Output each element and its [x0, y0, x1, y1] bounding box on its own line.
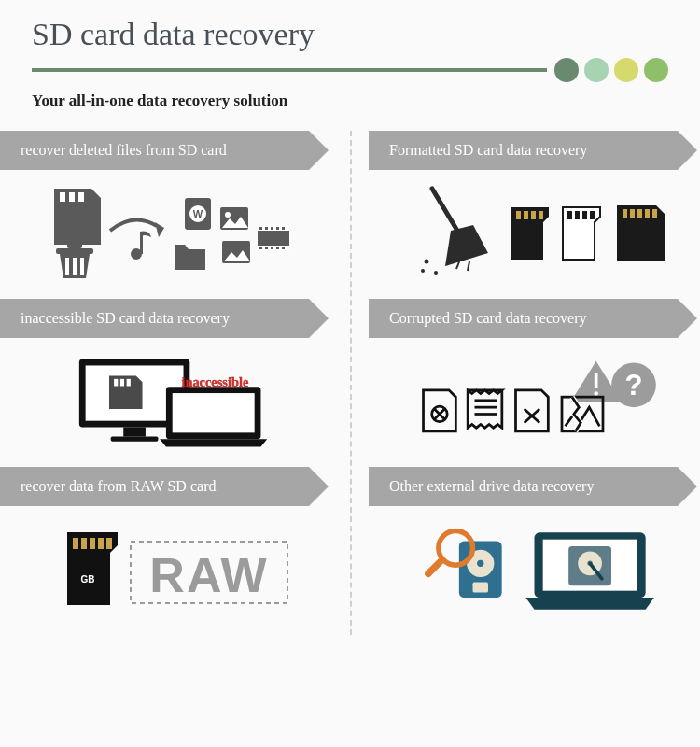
- svg-rect-80: [473, 583, 489, 593]
- svg-rect-25: [265, 247, 268, 249]
- feature-banner: Corrupted SD card data recovery: [369, 299, 678, 338]
- svg-rect-51: [123, 427, 146, 436]
- svg-rect-40: [567, 211, 572, 219]
- svg-rect-19: [259, 227, 262, 230]
- raw-label: RAW: [149, 548, 268, 602]
- svg-rect-74: [98, 538, 104, 549]
- svg-rect-0: [60, 192, 65, 202]
- svg-rect-26: [271, 247, 273, 249]
- svg-rect-73: [90, 538, 95, 549]
- page-subtitle: Your all-in-one data recovery solution: [32, 92, 668, 110]
- svg-point-35: [434, 271, 438, 275]
- svg-rect-54: [119, 379, 123, 387]
- svg-line-82: [428, 562, 441, 574]
- formatted-cards-icon: [369, 170, 700, 291]
- svg-rect-36: [516, 211, 521, 219]
- svg-rect-3: [56, 248, 93, 254]
- svg-rect-55: [126, 379, 130, 387]
- external-drive-icon: [369, 506, 700, 627]
- svg-line-29: [432, 189, 460, 235]
- feature-inaccessible: inaccessible SD card data recovery: [0, 299, 331, 467]
- svg-rect-37: [524, 211, 528, 219]
- svg-rect-52: [110, 437, 158, 442]
- svg-rect-23: [282, 227, 285, 230]
- svg-rect-57: [172, 393, 254, 432]
- raw-sd-icon: GB RAW: [0, 506, 331, 627]
- svg-line-32: [468, 261, 469, 271]
- svg-rect-44: [623, 209, 627, 218]
- svg-rect-58: [595, 373, 598, 388]
- svg-rect-22: [276, 227, 279, 230]
- svg-rect-43: [590, 211, 595, 219]
- underline-rule: [32, 68, 547, 72]
- svg-rect-46: [637, 209, 642, 218]
- svg-rect-21: [271, 227, 273, 230]
- svg-point-79: [477, 560, 483, 567]
- page-title: SD card data recovery: [32, 17, 668, 52]
- inaccessible-devices-icon: inaccessible: [0, 338, 331, 459]
- svg-rect-75: [106, 538, 112, 549]
- svg-rect-4: [67, 243, 82, 248]
- corrupted-files-icon: ?: [369, 338, 700, 459]
- feature-banner: inaccessible SD card data recovery: [0, 299, 309, 338]
- svg-rect-48: [652, 209, 657, 218]
- svg-rect-7: [80, 258, 84, 275]
- svg-rect-2: [78, 192, 84, 202]
- accent-dots: [554, 58, 668, 82]
- feature-other: Other external drive data recovery: [369, 467, 700, 635]
- accent-dot-icon: [584, 58, 609, 82]
- svg-point-59: [594, 391, 598, 396]
- feature-formatted: Formatted SD card data recovery: [369, 131, 700, 299]
- feature-raw: recover data from RAW SD card GB RAW: [0, 467, 331, 635]
- svg-rect-24: [259, 247, 262, 249]
- svg-rect-28: [282, 247, 285, 249]
- sd-capacity-label: GB: [80, 574, 94, 585]
- feature-banner: recover deleted files from SD card: [0, 131, 309, 170]
- deleted-files-icon: W: [0, 170, 331, 291]
- svg-rect-27: [276, 247, 279, 249]
- svg-rect-39: [539, 211, 543, 219]
- svg-rect-42: [582, 211, 587, 219]
- svg-rect-20: [265, 227, 268, 230]
- accent-dot-icon: [554, 58, 579, 82]
- feature-deleted: recover deleted files from SD card: [0, 131, 331, 299]
- accent-dot-icon: [644, 58, 668, 82]
- feature-banner: Formatted SD card data recovery: [369, 131, 678, 170]
- svg-point-14: [225, 212, 231, 218]
- svg-rect-53: [114, 379, 118, 387]
- svg-rect-5: [65, 258, 69, 275]
- svg-rect-71: [73, 538, 78, 549]
- feature-corrupted: Corrupted SD card data recovery ?: [369, 299, 700, 467]
- svg-point-34: [421, 269, 425, 273]
- svg-rect-41: [575, 211, 580, 219]
- svg-rect-6: [73, 258, 77, 275]
- accent-dot-icon: [614, 58, 638, 82]
- svg-text:W: W: [192, 208, 203, 219]
- feature-banner: recover data from RAW SD card: [0, 467, 309, 506]
- svg-rect-38: [531, 211, 536, 219]
- inaccessible-label: inaccessible: [181, 374, 248, 389]
- svg-rect-45: [630, 209, 635, 218]
- feature-banner: Other external drive data recovery: [369, 467, 678, 506]
- vertical-divider: [350, 131, 352, 635]
- svg-point-33: [424, 260, 428, 264]
- svg-text:?: ?: [624, 369, 642, 402]
- svg-rect-72: [81, 538, 87, 549]
- svg-rect-1: [69, 192, 75, 202]
- svg-rect-47: [645, 209, 650, 218]
